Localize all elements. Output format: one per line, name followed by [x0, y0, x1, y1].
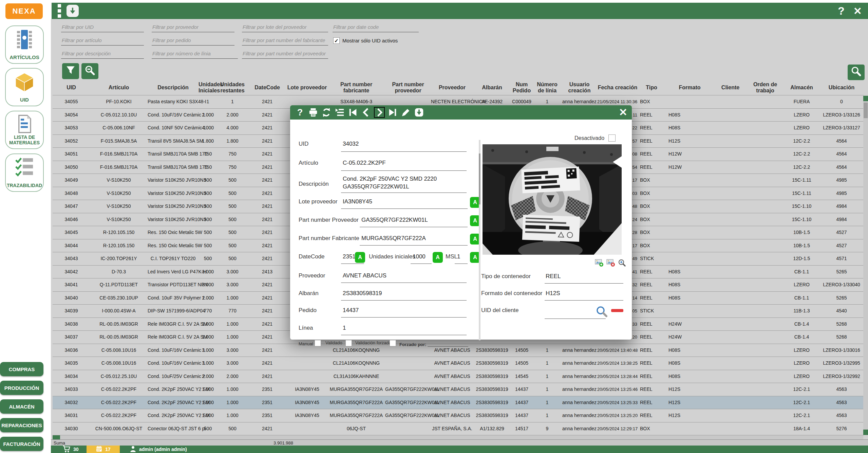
sidebar-item-articulos[interactable]: ARTÍCULOS	[5, 25, 44, 64]
first-record-icon[interactable]	[347, 107, 358, 118]
auto-badge-unidades[interactable]: A	[433, 252, 443, 263]
help-icon[interactable]: ?	[295, 107, 305, 118]
grip-icon[interactable]	[58, 4, 61, 18]
scroll-down-button[interactable]	[863, 430, 868, 435]
validado-checkbox[interactable]	[345, 340, 352, 346]
module-button-facturacion[interactable]: FACTURACIÓN	[0, 437, 43, 451]
column-header-proveedor[interactable]: Proveedor	[431, 85, 473, 91]
field-value-datecode[interactable]: 2351	[343, 253, 356, 260]
dialog-scrollbar[interactable]	[479, 140, 480, 340]
field-value-linea[interactable]: 1	[343, 325, 346, 331]
column-header-cliente[interactable]: Cliente	[714, 85, 747, 91]
column-header-almacen[interactable]: Almacén	[784, 85, 819, 91]
next-record-icon[interactable]	[374, 107, 385, 118]
forzado-por-underline[interactable]	[428, 346, 468, 347]
field-value-tipo-contenedor[interactable]: REEL	[546, 273, 561, 280]
desactivado-checkbox[interactable]	[608, 134, 616, 142]
column-header-datecode[interactable]: DateCode	[248, 85, 287, 91]
column-header-formato[interactable]: Formato	[665, 85, 714, 91]
user-status[interactable]: admin (admin admin)	[130, 446, 187, 453]
field-value-uid[interactable]: 34032	[343, 141, 359, 147]
vertical-scrollbar[interactable]	[863, 96, 868, 435]
show-active-checkbox[interactable]: ✓ Mostrar sólo UID activos	[333, 37, 398, 44]
module-button-almacen[interactable]: ALMACÉN	[0, 399, 43, 414]
module-button-produccion[interactable]: PRODUCCIÓN	[0, 381, 43, 395]
vertical-scroll-thumb[interactable]	[864, 103, 868, 118]
field-value-unidades-iniciales[interactable]: 1000	[413, 253, 426, 260]
add-image-icon[interactable]	[595, 259, 604, 268]
horizontal-scroll-thumb[interactable]	[53, 435, 60, 439]
field-value-lote[interactable]: IA3N08Y45	[343, 198, 372, 205]
column-header-pn-proveedor[interactable]: Part number proveedor	[385, 81, 431, 94]
table-row[interactable]: 34033C-05.022.2K2PFCond. 2K2pF 250VAC Y2…	[53, 383, 864, 396]
list-icon[interactable]	[334, 107, 345, 118]
search-button[interactable]	[848, 65, 865, 80]
validacion-forzada-checkbox[interactable]	[390, 340, 396, 346]
filter-pedido-input[interactable]	[152, 35, 234, 46]
print-icon[interactable]	[308, 107, 319, 118]
filter-uid-input[interactable]	[61, 22, 144, 32]
column-header-unidades-restantes[interactable]: Unidades restantes	[217, 81, 248, 94]
lookup-uid-cliente-icon[interactable]	[596, 306, 608, 319]
field-value-msl[interactable]: 1	[457, 253, 460, 260]
field-value-formato-contenedor[interactable]: H12S	[546, 290, 560, 297]
scroll-up-button[interactable]	[863, 96, 868, 101]
column-header-descripcion[interactable]: Descripción	[148, 85, 199, 91]
column-header-tipo[interactable]: Tipo	[638, 85, 665, 91]
column-header-numero-linia[interactable]: Número de línia	[533, 81, 562, 94]
auto-badge-datecode[interactable]: A	[355, 252, 365, 263]
refresh-icon[interactable]	[321, 107, 332, 118]
filter-pn-fabricante-input[interactable]	[242, 35, 328, 46]
remove-image-icon[interactable]	[606, 259, 615, 268]
table-row[interactable]: 34030CN-500.006.O6JQ-STConector 06JQ-ST …	[53, 422, 864, 436]
field-value-pedido[interactable]: 14437	[343, 307, 359, 314]
table-row[interactable]: 34036C-05.008.10U16Cond. 10uF/16V Ceràmi…	[53, 344, 864, 357]
sidebar-item-lista-de-materiales[interactable]: LISTA DE MATERIALES	[5, 111, 44, 149]
dialog-scroll-thumb[interactable]	[479, 153, 480, 204]
column-header-articulo[interactable]: Artículo	[90, 85, 148, 91]
previous-record-icon[interactable]	[361, 107, 372, 118]
column-header-orden-trabajo[interactable]: Orden de trabajo	[747, 81, 784, 94]
edit-icon[interactable]	[400, 107, 411, 118]
column-header-lote-proveedor[interactable]: Lote proveedor	[287, 85, 327, 91]
filter-descripcion-input[interactable]	[61, 48, 144, 59]
column-header-usuario-creacion[interactable]: Usuario creación	[562, 81, 597, 94]
help-icon[interactable]: ?	[838, 5, 845, 17]
field-value-articulo[interactable]: C-05.022.2K2PF	[343, 160, 386, 166]
cart-status[interactable]: 30	[62, 446, 79, 453]
last-record-icon[interactable]	[387, 107, 398, 118]
field-value-proveedor[interactable]: AVNET ABACUS	[343, 272, 386, 279]
save-icon[interactable]	[414, 107, 424, 118]
filter-pn-proveedor-input[interactable]	[242, 48, 328, 59]
field-value-descripcion-line2[interactable]: GA355QR7GF222KW01L	[343, 183, 409, 190]
module-button-compras[interactable]: COMPRAS	[0, 362, 43, 376]
column-header-fecha-creacion[interactable]: Fecha creación	[597, 85, 638, 91]
horizontal-scrollbar[interactable]	[53, 435, 863, 439]
filter-numero-linia-input[interactable]	[152, 48, 238, 59]
column-header-num-pedido[interactable]: Num Pedido	[511, 81, 533, 94]
export-save-icon[interactable]	[67, 5, 79, 17]
column-header-ubicacion[interactable]: Ubicación	[819, 85, 864, 91]
table-row[interactable]: 34035C-05.008.10U16Cond. 10uF/16V Ceràmi…	[53, 357, 864, 370]
filter-date-code-input[interactable]	[333, 22, 419, 32]
clear-search-button[interactable]	[81, 63, 98, 79]
table-row[interactable]: 34032C-05.022.2K2PFCond. 2K2pF 250VAC Y2…	[53, 396, 864, 410]
calendar-status[interactable]: 17	[87, 446, 120, 453]
sidebar-item-trazabilidad[interactable]: TRAZABILIDAD	[5, 153, 44, 192]
zoom-image-icon[interactable]	[618, 259, 626, 268]
sidebar-item-uid[interactable]: UID	[5, 68, 44, 106]
field-value-descripcion-line1[interactable]: Cond. 2K2pF 250VAC Y2 SMD 2220	[343, 176, 437, 182]
table-row[interactable]: 34034C-05.012.25.10UCond. 10uF/25V Ceràm…	[53, 370, 864, 383]
field-value-pn-fabricante[interactable]: MURGA355QR7GF222A	[361, 235, 426, 242]
filter-lote-proveedor-input[interactable]	[242, 22, 328, 32]
brand-logo[interactable]: NEXA	[5, 3, 43, 19]
manual-checkbox[interactable]	[315, 340, 321, 346]
column-header-uid[interactable]: UID	[53, 85, 90, 91]
column-header-unidades-iniciales[interactable]: Unidades Iniciales	[199, 81, 217, 94]
previous-photo-icon[interactable]	[613, 156, 622, 168]
remove-uid-cliente-icon[interactable]	[611, 309, 623, 312]
column-header-pn-fabricante[interactable]: Part number fabricante	[327, 81, 385, 94]
filter-proveedor-input[interactable]	[152, 22, 234, 32]
field-value-albaran[interactable]: 2S3830598319	[343, 290, 382, 297]
filter-articulo-input[interactable]	[61, 35, 144, 46]
